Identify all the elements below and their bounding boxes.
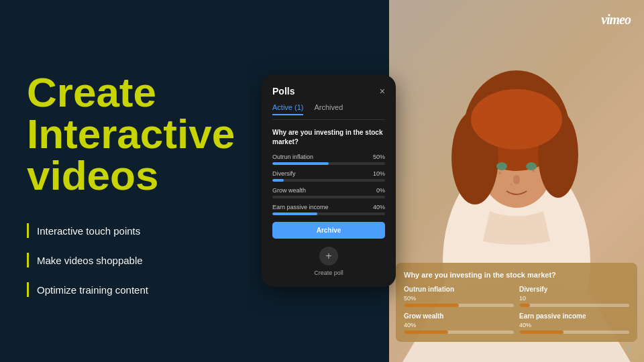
svg-point-7: [471, 89, 562, 149]
phone-mockup: Polls × Active (1) Archived Why are you …: [262, 75, 396, 287]
poll-bar-bg-4: [272, 213, 385, 215]
phone-title: Polls: [272, 86, 294, 97]
overlay-grid: Outrun inflation 50% Diversify 10: [404, 286, 629, 334]
poll-option-row-1: Outrun inflation 50%: [272, 154, 385, 160]
create-poll-icon[interactable]: +: [319, 247, 338, 265]
tab-active[interactable]: Active (1): [272, 103, 303, 115]
overlay-pct-2: 10: [519, 295, 629, 302]
poll-label-3: Grow wealth: [272, 187, 306, 194]
overlay-bar-fill-1: [404, 304, 459, 307]
poll-option-1: Outrun inflation 50%: [272, 154, 385, 165]
svg-point-9: [526, 162, 537, 170]
feature-list: Interactive touch points Make videos sho…: [27, 223, 228, 297]
overlay-item-4: Earn passive income 40%: [519, 312, 629, 334]
poll-question: Why are you investing in the stock marke…: [272, 128, 385, 147]
title-line1: Create: [27, 69, 156, 115]
feature-text-1: Interactive touch points: [37, 225, 140, 237]
poll-bar-bg-2: [272, 179, 385, 182]
overlay-label-4: Earn passive income: [519, 312, 629, 320]
poll-label-2: Diversify: [272, 170, 296, 177]
overlay-item-3: Grow wealth 40%: [404, 312, 514, 334]
poll-option-row-2: Diversify 10%: [272, 170, 385, 177]
overlay-bar-bg-3: [404, 330, 514, 334]
poll-option-2: Diversify 10%: [272, 170, 385, 182]
phone-header: Polls ×: [272, 86, 385, 97]
right-panel: vimeo 3: [248, 0, 644, 362]
poll-bar-fill-4: [272, 213, 317, 215]
poll-pct-2: 10%: [373, 170, 385, 177]
main-title: Create Interactive videos: [27, 72, 228, 196]
feature-bar-3: [27, 282, 29, 297]
overlay-label-1: Outrun inflation: [404, 286, 514, 293]
overlay-bar-fill-4: [519, 330, 564, 334]
title-line2: Interactive: [27, 111, 235, 157]
poll-option-row-4: Earn passive income 40%: [272, 204, 385, 210]
overlay-pct-1: 50%: [404, 295, 514, 302]
poll-label-4: Earn passive income: [272, 204, 329, 210]
overlay-bar-bg-4: [519, 330, 629, 334]
overlay-pct-4: 40%: [519, 322, 629, 328]
svg-point-13: [511, 184, 513, 186]
vimeo-logo: vimeo: [601, 12, 631, 27]
overlay-bar-bg-1: [404, 304, 514, 307]
overlay-item-1: Outrun inflation 50%: [404, 286, 514, 307]
svg-point-12: [532, 170, 535, 172]
poll-pct-4: 40%: [373, 204, 385, 210]
phone-close-icon[interactable]: ×: [380, 86, 385, 97]
feature-text-3: Optimize training content: [37, 284, 148, 296]
page-number: 3: [626, 345, 631, 354]
archive-button[interactable]: Archive: [272, 222, 385, 239]
svg-point-10: [513, 175, 520, 184]
tab-archived[interactable]: Archived: [314, 103, 343, 115]
create-poll-section: + Create poll: [272, 247, 385, 276]
overlay-item-2: Diversify 10: [519, 286, 629, 307]
phone-container: Polls × Active (1) Archived Why are you …: [262, 75, 396, 287]
overlay-question: Why are you investing in the stock marke…: [404, 271, 629, 279]
left-panel: Create Interactive videos Interactive to…: [0, 0, 248, 362]
poll-overlay: Why are you investing in the stock marke…: [396, 263, 637, 342]
feature-item-3: Optimize training content: [27, 282, 228, 297]
feature-item-1: Interactive touch points: [27, 223, 228, 238]
svg-point-8: [496, 162, 507, 170]
phone-tabs: Active (1) Archived: [272, 103, 385, 120]
overlay-bar-bg-2: [519, 304, 629, 307]
svg-point-11: [498, 172, 501, 174]
poll-pct-3: 0%: [376, 187, 385, 194]
overlay-bar-fill-2: [519, 304, 530, 307]
overlay-label-3: Grow wealth: [404, 312, 514, 320]
poll-bar-fill-2: [272, 179, 284, 182]
overlay-bar-fill-3: [404, 330, 448, 334]
poll-bar-bg-3: [272, 196, 385, 198]
overlay-label-2: Diversify: [519, 286, 629, 293]
feature-text-2: Make videos shoppable: [37, 255, 143, 266]
person-area: Why are you investing in the stock marke…: [389, 0, 644, 362]
poll-option-4: Earn passive income 40%: [272, 204, 385, 215]
poll-option-row-3: Grow wealth 0%: [272, 187, 385, 194]
feature-bar-1: [27, 223, 29, 238]
poll-pct-1: 50%: [373, 154, 385, 160]
poll-label-1: Outrun inflation: [272, 154, 313, 160]
person-background: Why are you investing in the stock marke…: [389, 0, 644, 362]
feature-bar-2: [27, 253, 29, 267]
title-line3: videos: [27, 152, 158, 198]
feature-item-2: Make videos shoppable: [27, 253, 228, 267]
create-poll-label: Create poll: [314, 269, 343, 276]
poll-option-3: Grow wealth 0%: [272, 187, 385, 198]
poll-bar-fill-1: [272, 162, 329, 165]
overlay-pct-3: 40%: [404, 322, 514, 328]
poll-bar-bg-1: [272, 162, 385, 165]
